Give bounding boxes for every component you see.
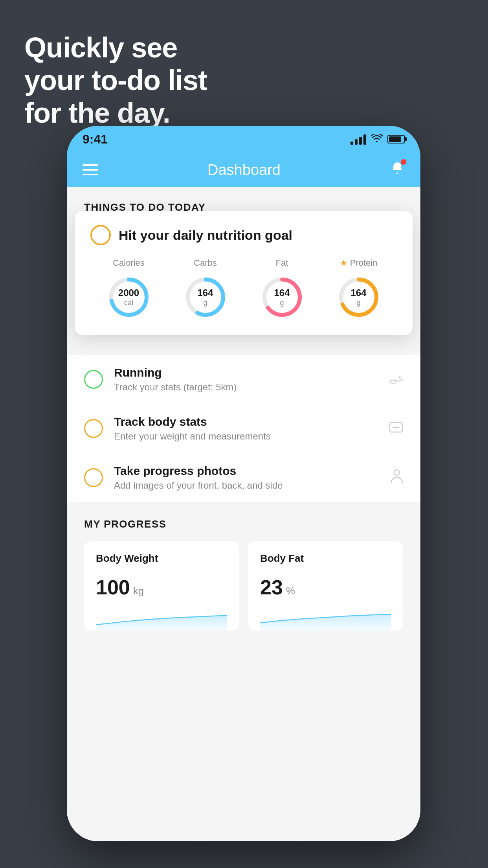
body-fat-card-title: Body Fat	[260, 552, 391, 565]
carbs-label: Carbs	[194, 258, 217, 268]
carbs-value: 164	[197, 287, 213, 299]
photos-title: Take progress photos	[114, 464, 380, 478]
todo-item-photos[interactable]: Take progress photos Add images of your …	[67, 453, 420, 502]
fat-label: Fat	[276, 258, 288, 268]
calories-unit: cal	[118, 299, 139, 307]
running-icon	[389, 372, 403, 387]
notification-dot	[401, 159, 406, 165]
body-weight-card-title: Body Weight	[96, 552, 227, 565]
star-icon: ★	[340, 258, 348, 268]
body-weight-value-wrap: 100 kg	[96, 576, 227, 599]
body-fat-value-wrap: 23 %	[260, 576, 391, 599]
nutrition-card-title: Hit your daily nutrition goal	[119, 228, 292, 243]
signal-bars-icon	[350, 134, 366, 145]
nutrition-circles: Calories 2000 cal Carbs	[90, 258, 397, 321]
calories-circle: 2000 cal	[105, 274, 152, 321]
nav-title: Dashboard	[207, 162, 281, 178]
body-weight-card: Body Weight 100 kg	[84, 541, 239, 631]
headline-line1: Quickly see	[24, 31, 207, 64]
phone-frame: 9:41	[67, 126, 420, 841]
card-header: Hit your daily nutrition goal	[90, 225, 397, 245]
todo-list: Running Track your stats (target: 5km) T…	[67, 355, 420, 502]
photos-check-circle	[84, 468, 103, 487]
content-area: THINGS TO DO TODAY Hit your daily nutrit…	[67, 187, 420, 841]
calories-item: Calories 2000 cal	[105, 258, 152, 321]
protein-item: ★ Protein 164 g	[335, 258, 382, 321]
status-bar: 9:41	[67, 126, 420, 153]
status-time: 9:41	[83, 132, 108, 147]
running-text: Running Track your stats (target: 5km)	[114, 366, 378, 393]
body-stats-title: Track body stats	[114, 415, 378, 428]
body-fat-value: 23	[260, 576, 283, 599]
fat-item: Fat 164 g	[259, 258, 306, 321]
headline: Quickly see your to-do list for the day.	[24, 31, 207, 129]
nav-bar: Dashboard	[67, 153, 420, 187]
calories-label: Calories	[113, 258, 145, 268]
progress-section: MY PROGRESS Body Weight 100 kg	[67, 518, 420, 631]
protein-label-wrap: ★ Protein	[340, 258, 378, 268]
carbs-item: Carbs 164 g	[182, 258, 229, 321]
progress-title: MY PROGRESS	[84, 518, 403, 530]
body-weight-unit: kg	[133, 585, 144, 597]
carbs-circle: 164 g	[182, 274, 229, 321]
todo-item-running[interactable]: Running Track your stats (target: 5km)	[67, 355, 420, 404]
headline-line3: for the day.	[24, 97, 207, 129]
body-weight-value: 100	[96, 576, 130, 599]
progress-cards: Body Weight 100 kg	[84, 541, 403, 631]
nutrition-card: Hit your daily nutrition goal Calories 2…	[75, 211, 413, 335]
body-fat-unit: %	[286, 585, 295, 597]
nutrition-check-circle[interactable]	[90, 225, 111, 245]
running-subtitle: Track your stats (target: 5km)	[114, 382, 378, 393]
carbs-unit: g	[197, 299, 213, 307]
fat-circle: 164 g	[259, 274, 306, 321]
notifications-button[interactable]	[390, 161, 405, 179]
fat-unit: g	[274, 299, 290, 307]
body-fat-card: Body Fat 23 %	[248, 541, 403, 631]
calories-value: 2000	[118, 287, 139, 299]
status-icons	[350, 133, 405, 145]
body-stats-check-circle	[84, 419, 103, 438]
protein-label: Protein	[350, 258, 378, 268]
body-stats-text: Track body stats Enter your weight and m…	[114, 415, 378, 442]
body-fat-chart	[260, 607, 391, 631]
running-check-circle	[84, 370, 103, 389]
protein-value: 164	[350, 287, 366, 299]
protein-circle: 164 g	[335, 274, 382, 321]
photos-subtitle: Add images of your front, back, and side	[114, 480, 380, 491]
todo-item-body-stats[interactable]: Track body stats Enter your weight and m…	[67, 404, 420, 453]
body-weight-chart	[96, 607, 227, 631]
menu-button[interactable]	[83, 164, 98, 175]
body-stats-subtitle: Enter your weight and measurements	[114, 431, 378, 442]
person-icon	[391, 469, 403, 486]
fat-value: 164	[274, 287, 290, 299]
battery-icon	[387, 135, 405, 143]
wifi-icon	[371, 133, 383, 145]
scale-icon	[389, 420, 403, 437]
running-title: Running	[114, 366, 378, 379]
svg-point-10	[394, 470, 400, 475]
headline-line2: your to-do list	[24, 64, 207, 97]
protein-unit: g	[350, 299, 366, 307]
photos-text: Take progress photos Add images of your …	[114, 464, 380, 491]
svg-point-8	[390, 380, 396, 383]
